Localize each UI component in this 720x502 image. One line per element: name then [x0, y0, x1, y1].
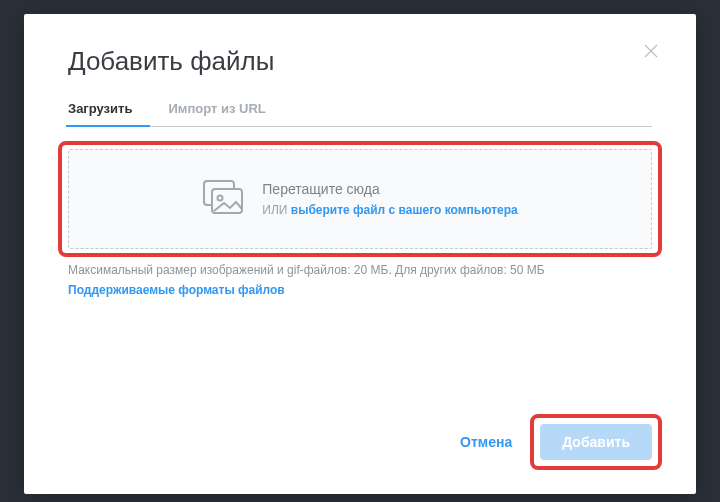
dropzone-sub-text: ИЛИ выберите файл с вашего компьютера [262, 201, 517, 220]
size-hint: Максимальный размер изображений и gif-фа… [68, 263, 652, 277]
dropzone-main-text: Перетащите сюда [262, 178, 517, 200]
tab-import-url[interactable]: Импорт из URL [168, 101, 265, 126]
tab-label: Импорт из URL [168, 101, 265, 116]
cancel-button[interactable]: Отмена [450, 426, 522, 458]
images-icon [202, 179, 244, 219]
file-dropzone[interactable]: Перетащите сюда ИЛИ выберите файл с ваше… [68, 149, 652, 249]
tab-upload[interactable]: Загрузить [68, 101, 132, 126]
tab-label: Загрузить [68, 101, 132, 116]
add-files-modal: Добавить файлы Загрузить Импорт из URL П… [24, 14, 696, 494]
dropzone-container: Перетащите сюда ИЛИ выберите файл с ваше… [68, 149, 652, 249]
tabs: Загрузить Импорт из URL [68, 101, 652, 127]
add-button[interactable]: Добавить [540, 424, 652, 460]
close-button[interactable] [642, 42, 664, 64]
add-button-container: Добавить [540, 424, 652, 460]
dropzone-or: ИЛИ [262, 203, 287, 217]
choose-file-link[interactable]: выберите файл с вашего компьютера [291, 203, 518, 217]
close-icon [642, 42, 660, 60]
supported-formats-link[interactable]: Поддерживаемые форматы файлов [68, 283, 285, 297]
modal-actions: Отмена Добавить [450, 424, 652, 460]
modal-title: Добавить файлы [68, 46, 652, 77]
dropzone-text: Перетащите сюда ИЛИ выберите файл с ваше… [262, 178, 517, 220]
